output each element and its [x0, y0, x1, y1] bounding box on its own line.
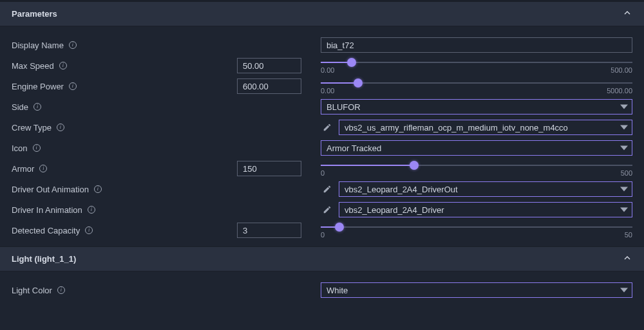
slider-min: 0: [321, 169, 325, 177]
edit-icon[interactable]: [321, 203, 334, 216]
chevron-down-icon: [620, 288, 628, 293]
parameters-body: Display Name i Max Speed i: [0, 26, 644, 246]
chevron-down-icon: [620, 105, 628, 109]
detected-capacity-slider[interactable]: [321, 223, 632, 231]
label-driver-out: Driver Out Animation: [12, 185, 89, 194]
display-name-input[interactable]: [321, 37, 632, 53]
select-value: vbs2_Leopard_2A4_Driver: [345, 205, 444, 215]
section-header-parameters[interactable]: Parameters: [0, 1, 644, 26]
light-color-select[interactable]: White: [321, 282, 632, 298]
label-engine-power: Engine Power: [12, 82, 64, 91]
info-icon[interactable]: i: [88, 206, 95, 214]
driver-in-select[interactable]: vbs2_Leopard_2A4_Driver: [339, 202, 632, 217]
side-select[interactable]: BLUFOR: [321, 99, 632, 115]
info-icon[interactable]: i: [33, 144, 41, 152]
engine-power-input[interactable]: [237, 78, 301, 94]
info-icon[interactable]: i: [94, 185, 102, 193]
icon-select[interactable]: Armor Tracked: [321, 140, 632, 156]
label-display-name: Display Name: [12, 41, 64, 50]
label-crew-type: Crew Type: [12, 123, 52, 133]
select-value: vbs2_us_army_rifleman_ocp_m_medium_iotv_…: [345, 123, 568, 133]
max-speed-slider[interactable]: [321, 59, 632, 66]
label-driver-in: Driver In Animation: [12, 205, 82, 215]
label-detected-capacity: Detected Capacity: [12, 226, 80, 235]
chevron-up-icon: [622, 253, 632, 265]
section-title: Parameters: [12, 9, 57, 19]
info-icon[interactable]: i: [39, 165, 47, 172]
slider-min: 0.00: [321, 87, 334, 95]
slider-max: 500.00: [611, 66, 632, 74]
max-speed-input[interactable]: [237, 58, 301, 73]
chevron-down-icon: [620, 208, 628, 212]
detected-capacity-input[interactable]: [237, 223, 301, 238]
chevron-down-icon: [620, 146, 628, 151]
label-icon: Icon: [12, 143, 28, 153]
select-value: vbs2_Leopard_2A4_DriverOut: [345, 185, 458, 194]
edit-icon[interactable]: [321, 121, 334, 134]
chevron-up-icon: [622, 8, 632, 20]
select-value: White: [327, 286, 348, 295]
info-icon[interactable]: i: [57, 124, 64, 131]
slider-max: 50: [625, 231, 632, 239]
chevron-down-icon: [620, 125, 628, 130]
info-icon[interactable]: i: [69, 41, 77, 49]
light-body: Light Color i White: [0, 271, 644, 306]
slider-min: 0: [321, 231, 325, 239]
label-armor: Armor: [12, 164, 34, 174]
slider-max: 5000.00: [607, 87, 632, 95]
engine-power-slider[interactable]: [321, 79, 632, 87]
info-icon[interactable]: i: [69, 82, 77, 90]
label-light-color: Light Color: [12, 286, 52, 295]
armor-input[interactable]: [237, 161, 301, 176]
slider-min: 0.00: [321, 66, 334, 74]
section-title: Light (light_1_1): [12, 254, 76, 264]
crew-type-select[interactable]: vbs2_us_army_rifleman_ocp_m_medium_iotv_…: [339, 120, 632, 135]
select-value: Armor Tracked: [327, 143, 381, 153]
label-max-speed: Max Speed: [12, 61, 54, 71]
section-header-light[interactable]: Light (light_1_1): [0, 246, 644, 271]
chevron-down-icon: [620, 187, 628, 192]
armor-slider[interactable]: [321, 161, 632, 169]
select-value: BLUFOR: [327, 102, 361, 112]
info-icon[interactable]: i: [33, 103, 41, 111]
info-icon[interactable]: i: [59, 62, 67, 69]
driver-out-select[interactable]: vbs2_Leopard_2A4_DriverOut: [339, 181, 632, 197]
label-side: Side: [12, 102, 28, 112]
info-icon[interactable]: i: [57, 286, 65, 294]
edit-icon[interactable]: [321, 183, 334, 196]
info-icon[interactable]: i: [85, 226, 93, 234]
slider-max: 500: [621, 169, 632, 177]
